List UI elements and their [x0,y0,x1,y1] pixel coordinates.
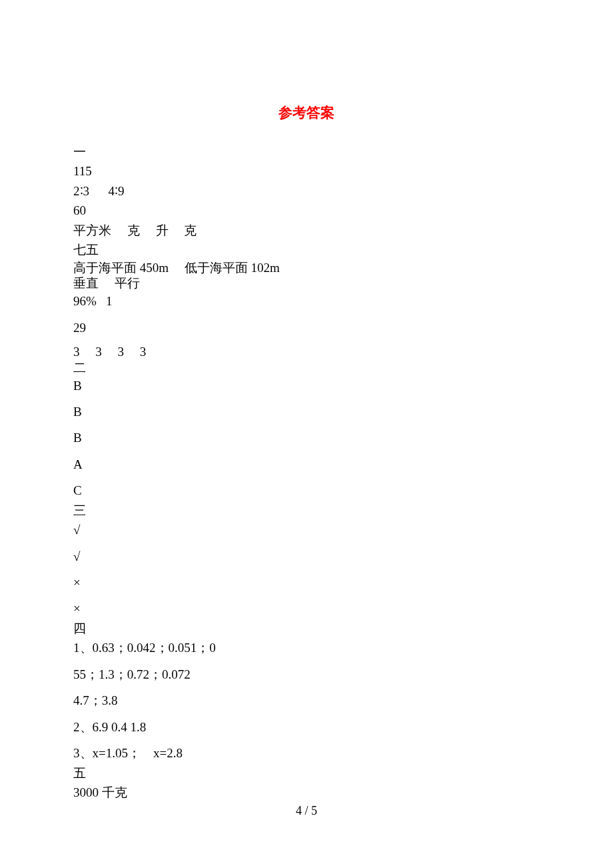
answer-line: × [73,573,540,592]
answer-line: 3 3 3 3 [73,344,540,360]
answer-line: 高于海平面 450m 低于海平面 102m [73,260,540,276]
section-5-header: 五 [73,763,540,783]
answer-line: 55；1.3；0.72；0.072 [73,665,540,684]
section-3-header: 三 [73,501,540,520]
answer-line: √ [73,547,540,566]
answer-line: C [73,481,540,500]
page-number: 4 / 5 [0,804,613,818]
answer-line: 115 [73,161,540,181]
answer-line: A [73,455,540,474]
answer-line: × [73,599,540,618]
answer-line: 4.7；3.8 [73,691,540,710]
answer-line: 2∶3 4∶9 [73,181,540,201]
document-page: 参考答案 一 115 2∶3 4∶9 60 平方米 克 升 克 七五 高于海平面… [0,0,613,802]
answer-line: B [73,402,540,421]
answer-line: 2、6.9 0.4 1.8 [73,717,540,737]
section-1-header: 一 [73,142,540,161]
section-2-header: 二 [73,360,540,376]
answer-line: 1、0.63；0.042；0.051；0 [73,638,540,657]
answer-line: B [73,428,540,447]
answer-line: 60 [73,201,540,220]
answer-line: 七五 [73,240,540,259]
answer-line: 3、x=1.05； x=2.8 [73,743,540,763]
answer-line: 96% 1 [73,291,540,311]
answer-line: 平方米 克 升 克 [73,221,540,240]
answer-line: 29 [73,318,540,337]
answer-line: 3000 千克 [73,783,540,802]
answer-line: B [73,376,540,395]
answer-line: 垂直 平行 [73,275,540,291]
answer-line: √ [73,520,540,539]
page-title: 参考答案 [73,103,540,122]
section-4-header: 四 [73,619,540,638]
